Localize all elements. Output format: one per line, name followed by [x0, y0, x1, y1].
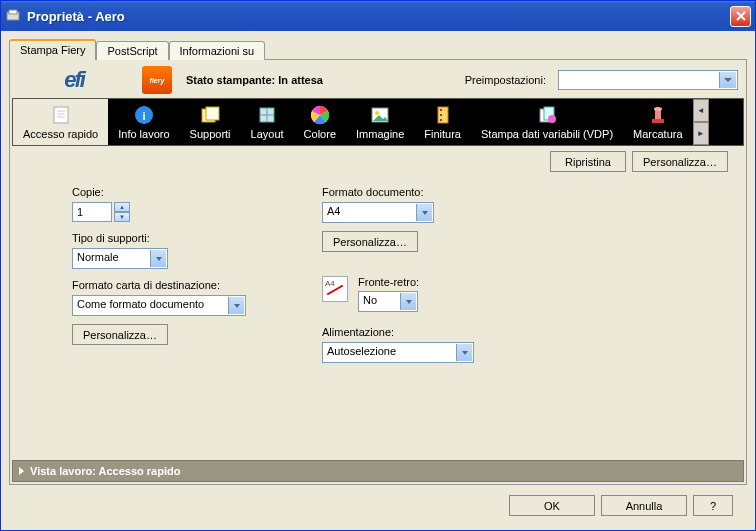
close-button[interactable]	[730, 6, 751, 27]
svg-rect-2	[54, 107, 68, 123]
finish-icon	[432, 104, 454, 126]
copies-spin-down[interactable]: ▼	[114, 212, 130, 222]
presets-label: Preimpostazioni:	[465, 74, 546, 86]
cancel-button[interactable]: Annulla	[601, 495, 687, 516]
select-value: A4	[327, 205, 340, 217]
duplex-select[interactable]: No	[358, 291, 418, 312]
job-view-bar[interactable]: Vista lavoro: Accesso rapido	[12, 460, 744, 482]
toolbar-scroll-right[interactable]: ►	[693, 122, 709, 145]
media-type-label: Tipo di supporti:	[72, 232, 302, 244]
image-icon	[369, 104, 391, 126]
window-body: Stampa Fiery PostScript Informazioni su …	[1, 31, 755, 530]
toolbar-label: Finitura	[424, 128, 461, 140]
customize-toolbar-button[interactable]: Personalizza…	[632, 151, 728, 172]
app-icon	[5, 8, 21, 24]
feed-select[interactable]: Autoselezione	[322, 342, 474, 363]
toolbar-finish[interactable]: Finitura	[414, 99, 471, 145]
titlebar: Proprietà - Aero	[1, 1, 755, 31]
toolbar-label: Accesso rapido	[23, 128, 98, 140]
ok-button[interactable]: OK	[509, 495, 595, 516]
tab-strip: Stampa Fiery PostScript Informazioni su	[9, 39, 747, 60]
media-icon	[199, 104, 221, 126]
toolbar-layout[interactable]: Layout	[241, 99, 294, 145]
tab-postscript[interactable]: PostScript	[96, 41, 168, 60]
copies-label: Copie:	[72, 186, 302, 198]
toolbar-scroll-left[interactable]: ◄	[693, 99, 709, 122]
toolbar-job-info[interactable]: i Info lavoro	[108, 99, 179, 145]
docformat-label: Formato documento:	[322, 186, 732, 198]
feed-label: Alimentazione:	[322, 326, 732, 338]
toolbar-label: Supporti	[190, 128, 231, 140]
reset-button[interactable]: Ripristina	[550, 151, 626, 172]
presets-select[interactable]	[558, 70, 738, 90]
form-left-column: Copie: ▲ ▼ Tipo di supporti: Normale For…	[72, 180, 302, 452]
svg-point-17	[440, 109, 442, 111]
toolbar-scroll: ◄ ►	[693, 99, 709, 145]
svg-rect-1	[9, 10, 17, 14]
vdp-icon	[536, 104, 558, 126]
svg-point-19	[440, 119, 442, 121]
copies-spin-up[interactable]: ▲	[114, 202, 130, 212]
toolbar-quick-access[interactable]: Accesso rapido	[13, 99, 108, 145]
media-type-select[interactable]: Normale	[72, 248, 168, 269]
toolbar-marking[interactable]: Marcatura	[623, 99, 693, 145]
color-wheel-icon	[309, 104, 331, 126]
toolbar-label: Colore	[304, 128, 336, 140]
dialog-footer: OK Annulla ?	[9, 485, 747, 522]
fiery-logo-icon: fiery	[142, 66, 172, 94]
toolbar-label: Immagine	[356, 128, 404, 140]
header-row: efi fiery Stato stampante: In attesa Pre…	[12, 62, 744, 98]
copies-input[interactable]	[72, 202, 112, 222]
duplex-off-icon	[322, 276, 348, 302]
toolbar-color[interactable]: Colore	[294, 99, 346, 145]
toolbar-label: Stampa dati variabili (VDP)	[481, 128, 613, 140]
toolbar-vdp[interactable]: Stampa dati variabili (VDP)	[471, 99, 623, 145]
toolbar-label: Layout	[251, 128, 284, 140]
select-value: No	[363, 294, 377, 306]
status-prefix: Stato stampante:	[186, 74, 278, 86]
info-icon: i	[133, 104, 155, 126]
close-icon	[736, 11, 746, 21]
tab-about[interactable]: Informazioni su	[169, 41, 266, 60]
stamp-icon	[647, 104, 669, 126]
quick-access-form: Copie: ▲ ▼ Tipo di supporti: Normale For…	[12, 172, 744, 460]
printer-status: Stato stampante: In attesa	[186, 74, 323, 86]
docformat-customize-button[interactable]: Personalizza…	[322, 231, 418, 252]
job-view-label: Vista lavoro: Accesso rapido	[30, 465, 180, 477]
toolbar-image[interactable]: Immagine	[346, 99, 414, 145]
document-icon	[50, 104, 72, 126]
svg-point-25	[654, 107, 662, 111]
select-value: Normale	[77, 251, 119, 263]
panel-actions: Ripristina Personalizza…	[12, 146, 744, 172]
select-value: Come formato documento	[77, 298, 204, 310]
duplex-label: Fronte-retro:	[358, 276, 419, 288]
select-value: Autoselezione	[327, 345, 396, 357]
svg-point-22	[548, 115, 556, 123]
window-title: Proprietà - Aero	[27, 9, 730, 24]
docformat-select[interactable]: A4	[322, 202, 434, 223]
tab-fiery-print[interactable]: Stampa Fiery	[9, 39, 96, 60]
expand-icon	[19, 467, 24, 475]
toolbar-label: Info lavoro	[118, 128, 169, 140]
svg-rect-16	[438, 107, 448, 123]
efi-logo: efi	[14, 64, 134, 96]
help-button[interactable]: ?	[693, 495, 733, 516]
svg-point-15	[375, 111, 379, 115]
dest-paper-select[interactable]: Come formato documento	[72, 295, 246, 316]
svg-point-18	[440, 114, 442, 116]
category-toolbar: Accesso rapido i Info lavoro Supporti La…	[12, 98, 744, 146]
properties-window: Proprietà - Aero Stampa Fiery PostScript…	[0, 0, 756, 531]
layout-icon	[256, 104, 278, 126]
toolbar-label: Marcatura	[633, 128, 683, 140]
toolbar-media[interactable]: Supporti	[180, 99, 241, 145]
svg-rect-23	[652, 119, 664, 123]
tab-panel: efi fiery Stato stampante: In attesa Pre…	[9, 59, 747, 485]
status-value: In attesa	[278, 74, 323, 86]
svg-rect-9	[206, 107, 219, 120]
svg-text:i: i	[142, 110, 145, 122]
form-right-column: Formato documento: A4 Personalizza… Fron…	[322, 180, 732, 452]
dest-paper-label: Formato carta di destinazione:	[72, 279, 302, 291]
dest-customize-button[interactable]: Personalizza…	[72, 324, 168, 345]
